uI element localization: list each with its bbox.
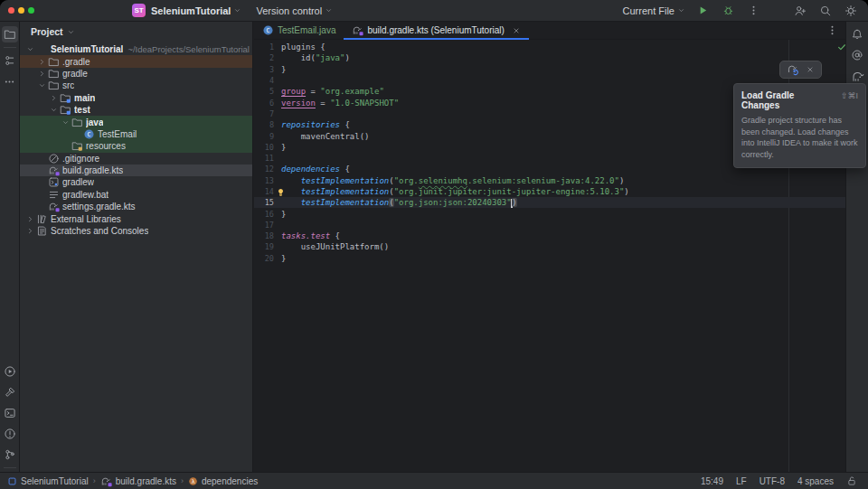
- line-number: 12: [254, 165, 281, 174]
- window-controls: [8, 7, 34, 14]
- code-line-17[interactable]: 17: [254, 220, 845, 230]
- encoding-widget[interactable]: UTF-8: [760, 476, 785, 486]
- tree-item-label: .gradle: [62, 57, 90, 67]
- tree-item-settings-gradle-kts[interactable]: settings.gradle.kts: [20, 201, 252, 212]
- code-line-19[interactable]: 19 useJUnitPlatform(): [254, 241, 845, 252]
- close-window-button[interactable]: [8, 7, 14, 14]
- chevron-right-icon[interactable]: [49, 94, 59, 102]
- tree-item-gradle[interactable]: .gradle: [20, 55, 252, 67]
- tree-item-external-libraries[interactable]: External Libraries: [20, 212, 252, 224]
- problems-icon: [4, 428, 16, 440]
- class-icon: C: [262, 24, 274, 36]
- code-text: plugins {: [281, 42, 326, 52]
- load-gradle-changes-tooltip: Load Gradle Changes ⇧⌘I Gradle project s…: [733, 83, 866, 168]
- tool-stripe-button-problems[interactable]: [2, 426, 18, 442]
- chevron-right-icon[interactable]: [25, 215, 35, 223]
- tree-item-src[interactable]: src: [20, 80, 252, 91]
- gradle-file-icon: [100, 475, 112, 487]
- breadcrumb-dependencies[interactable]: λdependencies: [188, 476, 258, 486]
- code-text: tasks.test {: [281, 231, 340, 240]
- chevron-right-icon[interactable]: [25, 227, 35, 235]
- run-configuration-selector[interactable]: Current File: [623, 5, 685, 16]
- folder-icon: [71, 117, 83, 128]
- more-run-actions-button[interactable]: [745, 3, 761, 19]
- kebab-menu-icon: [826, 24, 838, 36]
- chevron-right-icon[interactable]: [37, 70, 47, 78]
- code-line-3[interactable]: 3}: [254, 64, 845, 75]
- tool-stripe-button-version-branch[interactable]: [2, 447, 18, 463]
- chevron-right-icon[interactable]: [37, 58, 47, 66]
- tool-stripe-button-gradle-elephant[interactable]: [849, 68, 865, 84]
- minimize-window-button[interactable]: [18, 7, 24, 14]
- code-line-15[interactable]: 15 testImplementation("org.json:json:202…: [254, 197, 845, 208]
- tool-stripe-button-terminal[interactable]: [2, 405, 18, 421]
- code-line-16[interactable]: 16}: [254, 208, 845, 219]
- readonly-lock-icon[interactable]: [846, 475, 857, 486]
- close-icon[interactable]: [806, 65, 815, 74]
- indent-widget[interactable]: 4 spaces: [797, 476, 834, 486]
- code-with-me-button[interactable]: [792, 3, 808, 19]
- folder-icon: [47, 68, 60, 80]
- tree-item-gradlew-bat[interactable]: gradlew.bat: [20, 189, 252, 201]
- tree-item-gradle[interactable]: gradle: [20, 68, 252, 80]
- chevron-down-icon[interactable]: [37, 81, 47, 89]
- tree-item-resources[interactable]: resources: [20, 140, 252, 152]
- tool-stripe-button-notifications-bell[interactable]: [849, 26, 865, 42]
- tree-item-gradlew[interactable]: gradlew: [20, 176, 252, 188]
- chevron-down-icon[interactable]: [49, 106, 59, 114]
- project-menu[interactable]: SeleniumTutorial: [151, 5, 241, 16]
- code-line-2[interactable]: 2 id("java"): [254, 52, 845, 63]
- editor-options-button[interactable]: [826, 22, 845, 39]
- chevron-down-icon[interactable]: [61, 118, 71, 127]
- code-line-20[interactable]: 20}: [254, 253, 845, 264]
- scratches-icon: [35, 225, 48, 237]
- editor-tab-build-gradle-kts-seleniumtutorial[interactable]: build.gradle.kts (SeleniumTutorial): [344, 22, 528, 39]
- tree-item-testemail[interactable]: CTestEmail: [20, 128, 252, 140]
- tool-stripe-button-ai-assistant-at[interactable]: [849, 47, 865, 63]
- gradle-file-icon: [352, 24, 363, 36]
- close-tab-icon[interactable]: [512, 26, 521, 35]
- breadcrumb-seleniumtutorial[interactable]: SeleniumTutorial: [7, 476, 89, 486]
- code-text: group = "org.example": [281, 87, 384, 96]
- folder-source-icon: [59, 92, 71, 104]
- zoom-window-button[interactable]: [28, 7, 34, 14]
- terminal-icon: [4, 407, 16, 419]
- editor-tab-testemail-java[interactable]: CTestEmail.java: [254, 22, 344, 39]
- chevron-down-icon[interactable]: [25, 45, 35, 53]
- tree-item-java[interactable]: java: [20, 116, 252, 127]
- load-gradle-changes-float: [779, 61, 822, 79]
- settings-button[interactable]: [843, 3, 859, 19]
- project-tree: SeleniumTutorial~/IdeaProjects/SeleniumT…: [20, 43, 252, 237]
- caret-position-widget[interactable]: 15:49: [701, 476, 723, 486]
- tree-item-main[interactable]: main: [20, 92, 252, 104]
- commit-icon: [4, 54, 16, 67]
- chevron-down-icon[interactable]: [67, 28, 75, 36]
- tree-item-build-gradle-kts[interactable]: build.gradle.kts: [20, 165, 252, 176]
- tree-item-gitignore[interactable]: .gitignore: [20, 153, 252, 165]
- intention-bulb-icon[interactable]: [276, 187, 286, 197]
- more-horizontal-icon: [4, 76, 15, 88]
- line-ending-widget[interactable]: LF: [736, 476, 747, 486]
- code-text: useJUnitPlatform(): [281, 242, 389, 251]
- tree-item-scratches-and-consoles[interactable]: Scratches and Consoles: [20, 225, 252, 237]
- ai-assistant-at-icon: [851, 49, 863, 61]
- search-everywhere-button[interactable]: [817, 3, 834, 19]
- tool-stripe-button-project-folder[interactable]: [2, 26, 18, 42]
- folder-source-icon: [59, 104, 71, 116]
- code-line-13[interactable]: 13 testImplementation("org.seleniumhq.se…: [254, 175, 845, 186]
- debug-button[interactable]: [720, 3, 736, 19]
- code-line-1[interactable]: 1plugins {: [254, 42, 845, 52]
- tool-stripe-button-run[interactable]: [2, 363, 18, 380]
- tree-item-test[interactable]: test: [20, 104, 252, 116]
- code-line-14[interactable]: 14 testImplementation("org.junit.jupiter…: [254, 186, 845, 197]
- tool-stripe-button-more-horizontal[interactable]: [2, 73, 18, 89]
- version-control-menu[interactable]: Version control: [256, 5, 333, 16]
- tree-item-seleniumtutorial[interactable]: SeleniumTutorial~/IdeaProjects/SeleniumT…: [20, 43, 252, 55]
- breadcrumb-build-gradle-kts[interactable]: build.gradle.kts: [100, 475, 176, 487]
- code-line-18[interactable]: 18tasks.test {: [254, 230, 845, 241]
- code-text: testImplementation("org.junit.jupiter:ju…: [281, 187, 629, 196]
- tool-stripe-button-build-hammer[interactable]: [2, 384, 18, 400]
- gradle-sync-icon[interactable]: [787, 63, 799, 76]
- run-button[interactable]: [694, 3, 711, 19]
- tool-stripe-button-commit[interactable]: [2, 52, 18, 69]
